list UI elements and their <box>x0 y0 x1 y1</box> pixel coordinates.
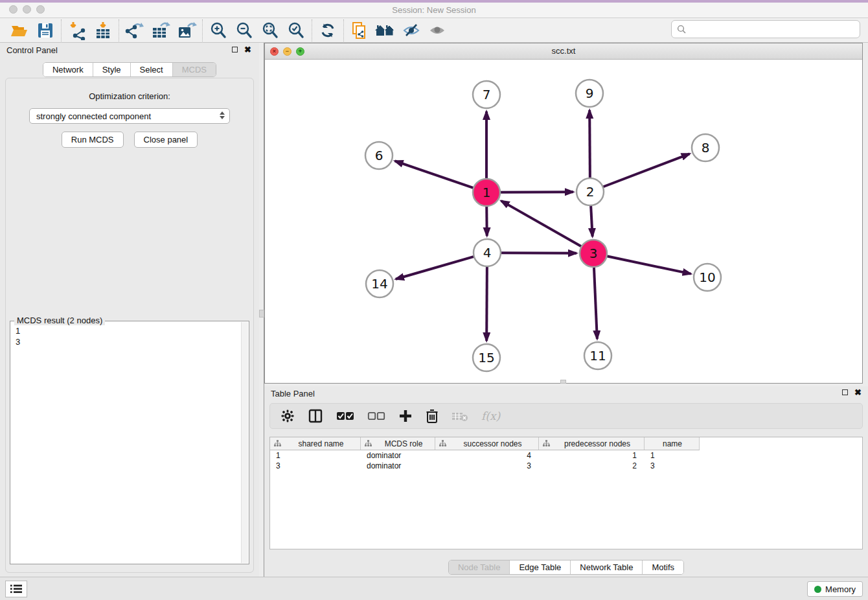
panel-divider-handle[interactable] <box>259 310 264 317</box>
edge-4-14[interactable] <box>396 257 474 279</box>
node-11[interactable]: 11 <box>584 342 611 369</box>
edge-3-1[interactable] <box>501 201 582 247</box>
column-header-predecessor-nodes[interactable]: predecessor nodes <box>539 437 645 450</box>
search-icon <box>677 25 686 34</box>
table-cell: 1 <box>645 451 700 460</box>
node-9[interactable]: 9 <box>576 80 603 107</box>
float-table-panel-icon[interactable] <box>842 389 848 395</box>
node-10[interactable]: 10 <box>694 264 721 291</box>
table-header-row: shared nameMCDS rolesuccessor nodesprede… <box>270 437 700 450</box>
home-icon <box>374 21 397 40</box>
node-6[interactable]: 6 <box>365 142 393 169</box>
zoom-fit-button[interactable] <box>257 19 283 41</box>
mcds-result-scrollbar[interactable] <box>241 322 248 563</box>
zoom-out-button[interactable] <box>231 19 257 41</box>
search-box[interactable] <box>671 20 860 38</box>
table-row[interactable]: 3dominator323 <box>270 461 862 471</box>
run-mcds-button[interactable]: Run MCDS <box>62 132 124 148</box>
network-window-titlebar[interactable]: × − + scc.txt <box>265 43 862 60</box>
options-button[interactable] <box>5 581 27 597</box>
edge-4-15[interactable] <box>486 266 487 341</box>
tab-network[interactable]: Network <box>43 63 93 76</box>
tab-style[interactable]: Style <box>93 63 131 76</box>
node-4[interactable]: 4 <box>474 239 501 266</box>
node-7[interactable]: 7 <box>473 81 500 108</box>
edge-2-3[interactable] <box>591 205 593 237</box>
selected-option: strongly connected component <box>36 111 151 121</box>
optimization-criterion-label: Optimization criterion: <box>6 91 253 101</box>
tree-column-icon <box>274 440 281 447</box>
edge-4-3[interactable] <box>501 253 577 253</box>
export-network-button[interactable] <box>122 19 148 41</box>
zoom-in-button[interactable] <box>205 19 231 41</box>
tab-select[interactable]: Select <box>131 63 173 76</box>
table-body: 1dominator4113dominator323 <box>270 450 862 471</box>
import-table-button[interactable] <box>90 19 116 41</box>
column-header-MCDS-role[interactable]: MCDS role <box>361 437 435 450</box>
save-session-button[interactable] <box>32 19 58 41</box>
column-header-successor-nodes[interactable]: successor nodes <box>435 437 539 450</box>
export-table-button[interactable] <box>148 19 174 41</box>
tree-column-icon <box>543 440 550 447</box>
settings-gear-icon[interactable] <box>280 409 295 423</box>
tree-column-icon <box>439 440 446 447</box>
clone-network-button[interactable] <box>347 19 372 41</box>
node-8[interactable]: 8 <box>692 134 719 161</box>
node-2[interactable]: 2 <box>577 178 604 205</box>
status-bar: Memory <box>0 577 868 600</box>
node-label: 6 <box>375 148 383 163</box>
show-columns-icon[interactable] <box>308 408 323 424</box>
delete-column-icon[interactable] <box>426 408 439 424</box>
node-label: 1 <box>483 185 491 200</box>
tab-motifs[interactable]: Motifs <box>643 560 683 574</box>
edge-3-11[interactable] <box>594 267 597 339</box>
hide-panels-button[interactable] <box>398 19 424 41</box>
table-cell: 1 <box>270 451 361 460</box>
node-3[interactable]: 3 <box>580 240 607 267</box>
export-image-button[interactable] <box>174 19 200 41</box>
node-14[interactable]: 14 <box>366 270 393 297</box>
node-1[interactable]: 1 <box>473 179 500 206</box>
network-canvas[interactable]: 7968124314101511 <box>265 60 862 383</box>
network-resize-handle[interactable] <box>560 380 566 384</box>
table-cell: dominator <box>361 451 435 460</box>
node-15[interactable]: 15 <box>473 344 500 371</box>
add-column-icon[interactable] <box>398 409 413 423</box>
float-panel-icon[interactable] <box>232 47 238 52</box>
zoom-selected-button[interactable] <box>283 19 309 41</box>
close-table-panel-icon[interactable]: ✖ <box>854 389 862 395</box>
column-header-shared-name[interactable]: shared name <box>270 437 361 450</box>
optimization-criterion-select[interactable]: strongly connected component <box>29 108 230 124</box>
tab-node-table[interactable]: Node Table <box>449 560 510 574</box>
edge-3-10[interactable] <box>607 256 691 273</box>
toolbar-separator <box>61 19 62 41</box>
import-table-icon <box>93 21 113 40</box>
open-session-button[interactable] <box>6 19 32 41</box>
panel-divider[interactable] <box>259 43 264 577</box>
close-panel-icon[interactable]: ✖ <box>244 47 251 52</box>
edge-2-9[interactable] <box>589 110 590 178</box>
deselect-all-columns-icon[interactable] <box>367 411 385 421</box>
home-button[interactable] <box>372 19 398 41</box>
table-row[interactable]: 1dominator411 <box>270 450 862 461</box>
tab-mcds[interactable]: MCDS <box>173 63 216 76</box>
mcds-panel-body: Optimization criterion: strongly connect… <box>5 78 254 573</box>
memory-button[interactable]: Memory <box>807 581 863 597</box>
import-network-button[interactable] <box>64 19 90 41</box>
app-titlebar: Session: New Session <box>0 3 868 18</box>
column-header-name[interactable]: name <box>645 437 700 450</box>
main-toolbar <box>0 18 868 43</box>
edge-2-8[interactable] <box>603 154 690 187</box>
toolbar-separator <box>312 19 312 41</box>
refresh-network-button[interactable] <box>315 19 341 41</box>
node-label: 11 <box>589 348 606 363</box>
show-panels-button[interactable] <box>424 19 450 41</box>
edge-1-2[interactable] <box>500 192 573 192</box>
tab-edge-table[interactable]: Edge Table <box>510 560 571 574</box>
edge-1-6[interactable] <box>395 161 474 188</box>
close-panel-button[interactable]: Close panel <box>134 132 198 148</box>
app-title: Session: New Session <box>0 5 868 15</box>
tab-network-table[interactable]: Network Table <box>571 560 643 574</box>
search-input[interactable] <box>690 25 854 34</box>
select-all-columns-icon[interactable] <box>336 411 354 421</box>
